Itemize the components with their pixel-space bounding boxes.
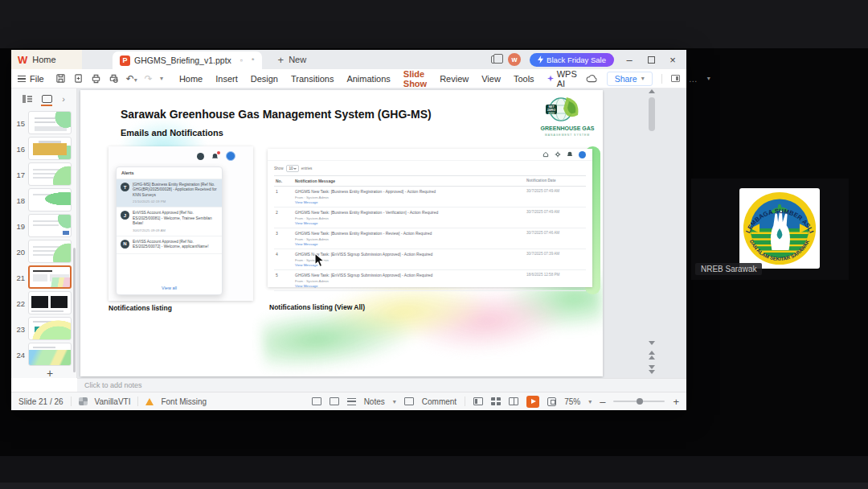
- slide-thumbnail-15[interactable]: [28, 111, 72, 134]
- menu-wps-ai[interactable]: WPS AI: [541, 69, 586, 88]
- slideshow-play-button[interactable]: [526, 396, 539, 408]
- close-button[interactable]: ×: [666, 55, 679, 65]
- black-friday-sale-button[interactable]: Black Friday Sale: [530, 53, 614, 67]
- slide-thumbnail-row: 20: [11, 240, 76, 263]
- notes-toggle-icon: [347, 398, 356, 405]
- share-button[interactable]: Share ▾: [607, 72, 653, 86]
- view-message-link[interactable]: View Message: [295, 200, 526, 204]
- slide-thumbnail-23[interactable]: [28, 317, 72, 340]
- slide-thumbnail-row: 17: [11, 162, 76, 186]
- menu-review[interactable]: Review: [433, 71, 475, 86]
- comment-button[interactable]: Comment: [422, 397, 457, 406]
- slide-canvas: Sarawak Greenhouse Gas Management System…: [77, 88, 686, 378]
- row-message: GHGMS New Task: [Business Entity Registr…: [295, 210, 526, 225]
- status-bar: Slide 21 / 26 VanillaVTI Font Missing No…: [11, 392, 686, 410]
- chevron-down-icon[interactable]: ▾: [393, 398, 396, 405]
- slide-thumbnail-16[interactable]: [28, 137, 72, 160]
- file-menu-label: File: [30, 74, 44, 84]
- maximize-button[interactable]: [645, 55, 657, 65]
- participant-video-tile[interactable]: LEMBAGA SUMBER ASLI DAN ALAM SEKITAR SAR…: [691, 179, 849, 280]
- alert-item[interactable]: NEnVISS Account Approved [Ref No. ES/202…: [117, 236, 222, 254]
- scroll-down-button[interactable]: [649, 341, 655, 345]
- home-tab-label: Home: [32, 55, 55, 64]
- row-date: 30/7/2025 07:49 AM: [526, 189, 584, 193]
- font-missing-label[interactable]: Font Missing: [161, 397, 207, 406]
- zoom-slider-thumb[interactable]: [637, 398, 643, 405]
- slide-thumbnail-18[interactable]: [28, 188, 72, 212]
- print-icon[interactable]: [91, 73, 101, 84]
- menu-slide-show[interactable]: Slide Show: [397, 66, 433, 91]
- reading-view-icon[interactable]: [509, 397, 518, 405]
- notes-area[interactable]: Click to add notes: [77, 378, 686, 392]
- slide-thumbnail-19[interactable]: [28, 214, 72, 237]
- fit-screen-icon[interactable]: [547, 397, 556, 406]
- add-slide-button[interactable]: +: [28, 366, 72, 380]
- message-from: From : System Admin: [295, 216, 526, 220]
- outline-view-icon[interactable]: [23, 95, 32, 103]
- menu-insert[interactable]: Insert: [209, 71, 244, 86]
- menu-design[interactable]: Design: [244, 71, 285, 86]
- zoom-in-button[interactable]: +: [673, 397, 679, 407]
- slide-thumbnail-24[interactable]: [28, 343, 72, 366]
- menu-transitions[interactable]: Transitions: [285, 71, 340, 86]
- zoom-out-button[interactable]: –: [600, 397, 605, 407]
- display-settings-icon[interactable]: [330, 397, 339, 405]
- window-arrange-icon[interactable]: [491, 55, 499, 64]
- zoom-chevron-icon[interactable]: ▾: [588, 398, 592, 405]
- notes-toggle[interactable]: Notes: [364, 397, 385, 406]
- slide-thumbnail-21[interactable]: [28, 265, 72, 289]
- slide-thumbnail-row: 22: [11, 291, 76, 314]
- save-icon[interactable]: [55, 73, 66, 84]
- print-preview-icon[interactable]: [108, 73, 119, 84]
- undo-icon[interactable]: ↶▾: [126, 73, 137, 84]
- slide-21[interactable]: Sarawak Greenhouse Gas Management System…: [80, 90, 603, 376]
- view-message-link[interactable]: View Message: [295, 284, 526, 288]
- alert-item[interactable]: T[GHG-MS] Business Entity Registration […: [117, 179, 222, 208]
- view-message-link[interactable]: View Message: [295, 242, 526, 246]
- toolbar-expand-icon[interactable]: ▾: [160, 75, 163, 82]
- collapse-ribbon-icon[interactable]: ▾: [707, 75, 710, 82]
- presenter-view-icon[interactable]: [312, 397, 321, 405]
- export-icon[interactable]: [73, 73, 84, 84]
- bell-icon: [567, 151, 573, 158]
- new-tab-button[interactable]: + New: [278, 54, 307, 66]
- slide-view-icon[interactable]: [42, 95, 52, 103]
- zoom-level[interactable]: 75%: [564, 397, 580, 406]
- menu-tools[interactable]: Tools: [507, 71, 541, 86]
- file-menu[interactable]: File: [18, 74, 44, 84]
- home-tab[interactable]: W Home: [11, 50, 82, 69]
- menu-animations[interactable]: Animations: [340, 71, 396, 86]
- minimize-button[interactable]: –: [623, 55, 636, 65]
- scrollbar-thumb[interactable]: [649, 97, 655, 131]
- slide-thumbnail-20[interactable]: [28, 240, 72, 263]
- user-avatar[interactable]: w: [508, 53, 521, 66]
- alert-item[interactable]: JEnVISS Account Approved [Ref No. ES/202…: [117, 208, 222, 236]
- previous-slide-button[interactable]: [649, 351, 655, 360]
- menu-home[interactable]: Home: [173, 71, 209, 86]
- menu-view[interactable]: View: [475, 71, 507, 86]
- more-options-icon[interactable]: …: [689, 74, 698, 84]
- slide-sorter-icon[interactable]: [491, 397, 501, 405]
- maximize-icon: [648, 56, 655, 64]
- normal-view-icon[interactable]: [473, 397, 483, 405]
- zoom-slider[interactable]: [613, 401, 665, 402]
- wps-logo-icon: W: [18, 55, 27, 65]
- scroll-up-button[interactable]: [649, 89, 655, 93]
- slide-thumbnail-22[interactable]: [28, 291, 72, 314]
- tab-preview-icon[interactable]: ▫: [240, 56, 243, 64]
- task-pane-icon[interactable]: [671, 75, 680, 82]
- view-all-link: View all: [117, 282, 222, 294]
- view-message-link[interactable]: View Message: [295, 263, 526, 267]
- alert-text: EnVISS Account Approved [Ref No. ES/2025…: [133, 240, 218, 250]
- cloud-sync-icon[interactable]: [586, 74, 598, 83]
- view-message-link[interactable]: View Message: [295, 221, 526, 225]
- theme-name[interactable]: VanillaVTI: [95, 397, 131, 406]
- slide-number: 16: [11, 137, 25, 154]
- collapse-panel-icon[interactable]: ›: [62, 94, 65, 104]
- thumbnail-scrollbar[interactable]: [73, 248, 76, 372]
- next-slide-button[interactable]: [649, 365, 655, 374]
- redo-icon[interactable]: ↷: [145, 73, 153, 84]
- table-row: 1GHGMS New Task: [Business Entity Regist…: [274, 187, 586, 208]
- message-from: From : System Admin: [295, 258, 526, 262]
- slide-thumbnail-17[interactable]: [28, 162, 72, 186]
